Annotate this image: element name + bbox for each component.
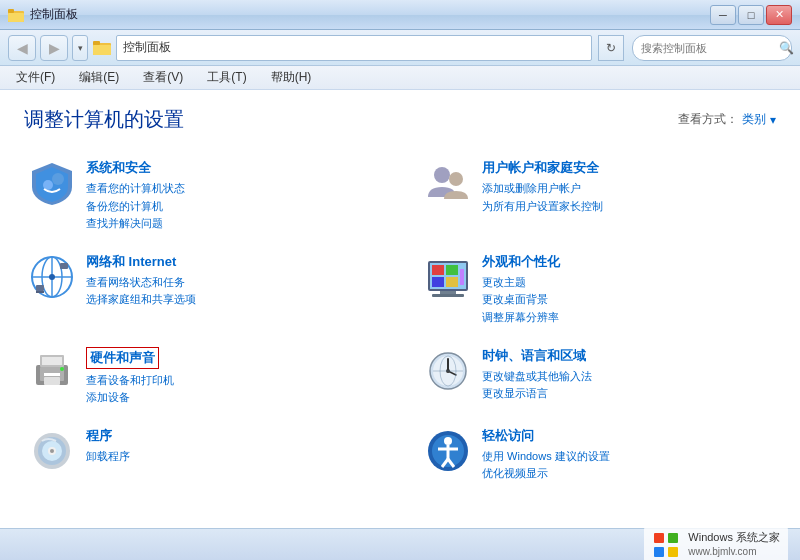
programs-info: 程序 卸载程序 (86, 427, 376, 466)
user-accounts-title[interactable]: 用户帐户和家庭安全 (482, 159, 772, 177)
svg-point-48 (444, 437, 452, 445)
hardware-icon (28, 347, 76, 395)
menu-tools[interactable]: 工具(T) (203, 67, 250, 88)
system-security-link-2[interactable]: 查找并解决问题 (86, 215, 376, 233)
address-bar[interactable]: 控制面板 (116, 35, 592, 61)
hardware-info: 硬件和声音 查看设备和打印机 添加设备 (86, 347, 376, 407)
cp-item-network[interactable]: 网络和 Internet 查看网络状态和任务 选择家庭组和共享选项 (24, 247, 380, 333)
accessibility-title[interactable]: 轻松访问 (482, 427, 772, 445)
network-link-0[interactable]: 查看网络状态和任务 (86, 274, 376, 292)
accessibility-link-1[interactable]: 优化视频显示 (482, 465, 772, 483)
nav-bar: ◀ ▶ ▾ 控制面板 ↻ 🔍 (0, 30, 800, 66)
title-bar-controls: ─ □ ✕ (710, 5, 792, 25)
accessibility-icon (424, 427, 472, 475)
svg-rect-31 (44, 377, 60, 385)
back-button[interactable]: ◀ (8, 35, 36, 61)
watermark: Windows 系统之家 www.bjmlv.com (644, 526, 788, 560)
page-title: 调整计算机的设置 (24, 106, 184, 133)
watermark-text: Windows 系统之家 www.bjmlv.com (688, 530, 780, 559)
menu-file[interactable]: 文件(F) (12, 67, 59, 88)
cp-item-programs[interactable]: 程序 卸载程序 (24, 421, 380, 489)
cp-item-accessibility[interactable]: 轻松访问 使用 Windows 建议的设置 优化视频显示 (420, 421, 776, 489)
svg-rect-22 (432, 277, 444, 287)
svg-rect-53 (654, 533, 664, 543)
view-mode-label: 查看方式： (678, 111, 738, 128)
appearance-link-2[interactable]: 调整屏幕分辨率 (482, 309, 772, 327)
network-icon (28, 253, 76, 301)
appearance-link-1[interactable]: 更改桌面背景 (482, 291, 772, 309)
network-link-1[interactable]: 选择家庭组和共享选项 (86, 291, 376, 309)
accessibility-info: 轻松访问 使用 Windows 建议的设置 优化视频显示 (482, 427, 772, 483)
svg-rect-56 (668, 547, 678, 557)
minimize-button[interactable]: ─ (710, 5, 736, 25)
address-text: 控制面板 (123, 39, 585, 56)
svg-point-9 (449, 172, 463, 186)
view-mode: 查看方式： 类别 ▾ (678, 111, 776, 128)
clock-link-0[interactable]: 更改键盘或其他输入法 (482, 368, 772, 386)
system-security-title[interactable]: 系统和安全 (86, 159, 376, 177)
programs-title[interactable]: 程序 (86, 427, 376, 445)
appearance-link-0[interactable]: 更改主题 (482, 274, 772, 292)
system-security-link-0[interactable]: 查看您的计算机状态 (86, 180, 376, 198)
programs-icon (28, 427, 76, 475)
watermark-brand: Windows 系统之家 (688, 530, 780, 545)
appearance-title[interactable]: 外观和个性化 (482, 253, 772, 271)
accessibility-link-0[interactable]: 使用 Windows 建议的设置 (482, 448, 772, 466)
network-title[interactable]: 网络和 Internet (86, 253, 376, 271)
menu-edit[interactable]: 编辑(E) (75, 67, 123, 88)
system-security-info: 系统和安全 查看您的计算机状态 备份您的计算机 查找并解决问题 (86, 159, 376, 233)
system-security-link-1[interactable]: 备份您的计算机 (86, 198, 376, 216)
svg-rect-4 (93, 45, 111, 55)
cp-item-clock[interactable]: 时钟、语言和区域 更改键盘或其他输入法 更改显示语言 (420, 341, 776, 413)
svg-point-14 (49, 274, 55, 280)
forward-button[interactable]: ▶ (40, 35, 68, 61)
search-icon[interactable]: 🔍 (779, 41, 794, 55)
cp-item-hardware[interactable]: 硬件和声音 查看设备和打印机 添加设备 (24, 341, 380, 413)
nav-dropdown[interactable]: ▾ (72, 35, 88, 61)
control-panel-grid: 系统和安全 查看您的计算机状态 备份您的计算机 查找并解决问题 用户帐户和家庭安… (24, 153, 776, 489)
clock-title[interactable]: 时钟、语言和区域 (482, 347, 772, 365)
clock-link-1[interactable]: 更改显示语言 (482, 385, 772, 403)
clock-info: 时钟、语言和区域 更改键盘或其他输入法 更改显示语言 (482, 347, 772, 403)
cp-item-system-security[interactable]: 系统和安全 查看您的计算机状态 备份您的计算机 查找并解决问题 (24, 153, 380, 239)
hardware-title[interactable]: 硬件和声音 (86, 347, 159, 369)
main-content: 调整计算机的设置 查看方式： 类别 ▾ 系统和安全 查看您的计算机状态 (0, 90, 800, 528)
search-bar: 🔍 (632, 35, 792, 61)
hardware-link-0[interactable]: 查看设备和打印机 (86, 372, 376, 390)
cp-item-appearance[interactable]: 外观和个性化 更改主题 更改桌面背景 调整屏幕分辨率 (420, 247, 776, 333)
view-mode-value[interactable]: 类别 (742, 111, 766, 128)
appearance-icon (424, 253, 472, 301)
svg-point-33 (60, 367, 64, 371)
cp-item-user-accounts[interactable]: 用户帐户和家庭安全 添加或删除用户帐户 为所有用户设置家长控制 (420, 153, 776, 239)
user-accounts-info: 用户帐户和家庭安全 添加或删除用户帐户 为所有用户设置家长控制 (482, 159, 772, 215)
menu-view[interactable]: 查看(V) (139, 67, 187, 88)
svg-rect-54 (668, 533, 678, 543)
watermark-site: www.bjmlv.com (688, 545, 780, 559)
user-accounts-link-0[interactable]: 添加或删除用户帐户 (482, 180, 772, 198)
svg-rect-5 (93, 41, 100, 45)
hardware-link-1[interactable]: 添加设备 (86, 389, 376, 407)
menu-bar: 文件(F) 编辑(E) 查看(V) 工具(T) 帮助(H) (0, 66, 800, 90)
user-accounts-link-1[interactable]: 为所有用户设置家长控制 (482, 198, 772, 216)
svg-rect-2 (8, 9, 14, 13)
appearance-info: 外观和个性化 更改主题 更改桌面背景 调整屏幕分辨率 (482, 253, 772, 327)
svg-rect-15 (36, 285, 44, 291)
menu-help[interactable]: 帮助(H) (267, 67, 316, 88)
svg-rect-26 (432, 294, 464, 297)
svg-rect-30 (42, 357, 62, 365)
svg-rect-21 (446, 265, 458, 275)
refresh-button[interactable]: ↻ (598, 35, 624, 61)
title-bar-left: 控制面板 (8, 6, 78, 23)
clock-icon (424, 347, 472, 395)
view-mode-dropdown-icon[interactable]: ▾ (770, 113, 776, 127)
svg-rect-32 (44, 373, 60, 376)
programs-link-0[interactable]: 卸载程序 (86, 448, 376, 466)
svg-rect-20 (432, 265, 444, 275)
close-button[interactable]: ✕ (766, 5, 792, 25)
title-bar-title: 控制面板 (30, 6, 78, 23)
svg-rect-23 (446, 277, 458, 287)
maximize-button[interactable]: □ (738, 5, 764, 25)
user-accounts-icon (424, 159, 472, 207)
svg-rect-16 (36, 291, 44, 293)
search-input[interactable] (641, 42, 779, 54)
